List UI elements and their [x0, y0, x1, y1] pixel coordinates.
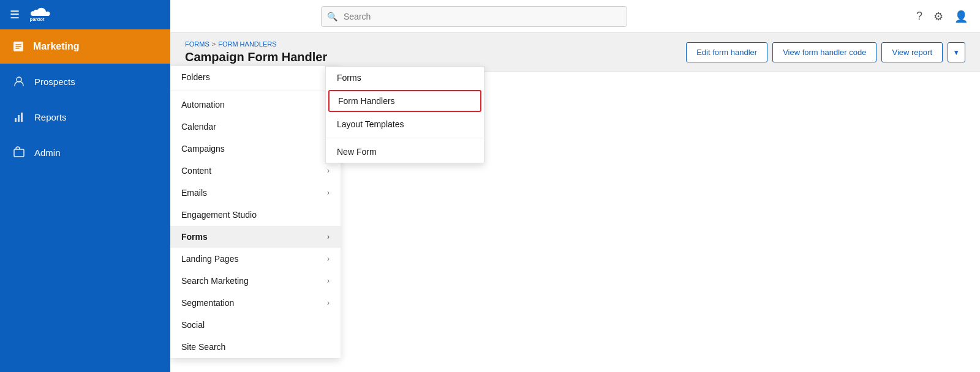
admin-icon: [12, 146, 26, 159]
search-container: 🔍: [321, 6, 627, 27]
dropdown-separator-1: [170, 91, 341, 91]
search-icon: 🔍: [327, 12, 337, 21]
hamburger-icon[interactable]: ☰: [10, 8, 20, 21]
dropdown-item-social[interactable]: Social: [170, 314, 341, 336]
chevron-right-icon-content: ›: [327, 166, 330, 175]
actions-dropdown-button[interactable]: ▾: [948, 42, 965, 62]
svg-text:pardot: pardot: [29, 17, 45, 22]
chevron-right-icon-emails: ›: [327, 188, 330, 197]
header-actions: Edit form handler View form handler code…: [686, 42, 965, 62]
view-form-handler-code-button[interactable]: View form handler code: [772, 42, 876, 62]
chevron-right-icon-forms: ›: [327, 232, 330, 241]
secondary-item-new-form[interactable]: New Form: [326, 141, 484, 163]
admin-label: Admin: [34, 147, 61, 158]
sidebar: ☰ pardot Marketing: [0, 0, 170, 372]
svg-rect-4: [18, 115, 20, 122]
svg-rect-6: [14, 149, 24, 157]
sidebar-item-admin[interactable]: Admin: [0, 135, 170, 170]
dropdown-item-emails[interactable]: Emails ›: [170, 182, 341, 204]
help-icon[interactable]: ?: [916, 10, 922, 23]
primary-dropdown: Folders Automation › Calendar Campaigns: [170, 66, 341, 358]
breadcrumb-separator: >: [212, 40, 216, 48]
search-input[interactable]: [321, 6, 627, 27]
sidebar-item-reports[interactable]: Reports: [0, 99, 170, 135]
settings-icon[interactable]: ⚙: [933, 10, 943, 23]
chevron-right-icon-search: ›: [327, 277, 330, 285]
sidebar-top: ☰ pardot: [0, 0, 170, 29]
secondary-item-layout-templates[interactable]: Layout Templates: [326, 113, 484, 135]
dropdown-item-search-marketing[interactable]: Search Marketing ›: [170, 270, 341, 292]
secondary-separator: [326, 138, 484, 138]
main-area: 🔍 ? ⚙ 👤 FORMS > FORM HANDLERS Campaig: [170, 0, 980, 372]
dropdown-item-content[interactable]: Content ›: [170, 160, 341, 182]
svg-rect-3: [15, 118, 17, 122]
edit-form-handler-button[interactable]: Edit form handler: [686, 42, 767, 62]
breadcrumb: FORMS > FORM HANDLERS: [185, 40, 327, 48]
chevron-right-icon-segmentation: ›: [327, 299, 330, 307]
topbar-right: ? ⚙ 👤: [916, 10, 968, 23]
chevron-right-icon-landing: ›: [327, 255, 330, 263]
marketing-icon: [11, 39, 26, 54]
salesforce-logo-icon: pardot: [28, 7, 50, 22]
prospects-icon: [12, 75, 26, 88]
dropdown-item-forms[interactable]: Forms ›: [170, 226, 341, 248]
sidebar-item-marketing[interactable]: Marketing: [0, 29, 170, 64]
breadcrumb-form-handlers[interactable]: FORM HANDLERS: [218, 40, 276, 48]
sidebar-logo: pardot: [28, 7, 50, 22]
dropdown-item-landing-pages[interactable]: Landing Pages ›: [170, 248, 341, 270]
svg-rect-5: [21, 113, 23, 122]
content-area: FORMS > FORM HANDLERS Campaign Form Hand…: [170, 33, 980, 372]
reports-label: Reports: [34, 112, 67, 122]
breadcrumb-and-title: FORMS > FORM HANDLERS Campaign Form Hand…: [185, 40, 327, 64]
topbar: 🔍 ? ⚙ 👤: [170, 0, 980, 33]
marketing-label: Marketing: [33, 41, 80, 52]
reports-icon: [12, 110, 26, 124]
view-report-button[interactable]: View report: [881, 42, 943, 62]
dropdown-item-automation[interactable]: Automation ›: [170, 94, 341, 116]
prospects-label: Prospects: [34, 76, 75, 87]
secondary-item-forms[interactable]: Forms: [326, 67, 484, 89]
breadcrumb-forms[interactable]: FORMS: [185, 40, 209, 48]
secondary-item-form-handlers[interactable]: Form Handlers: [328, 90, 481, 112]
sidebar-item-prospects[interactable]: Prospects: [0, 64, 170, 99]
dropdown-item-engagement-studio[interactable]: Engagement Studio: [170, 204, 341, 226]
dropdown-item-segmentation[interactable]: Segmentation ›: [170, 292, 341, 314]
dropdown-item-site-search[interactable]: Site Search: [170, 336, 341, 358]
secondary-dropdown: Forms Form Handlers Layout Templates New…: [325, 66, 484, 163]
dropdown-item-campaigns[interactable]: Campaigns: [170, 138, 341, 160]
page-title: Campaign Form Handler: [185, 50, 327, 64]
user-icon[interactable]: 👤: [954, 10, 968, 23]
dropdown-item-calendar[interactable]: Calendar: [170, 116, 341, 138]
dropdown-item-folders[interactable]: Folders: [170, 66, 341, 88]
